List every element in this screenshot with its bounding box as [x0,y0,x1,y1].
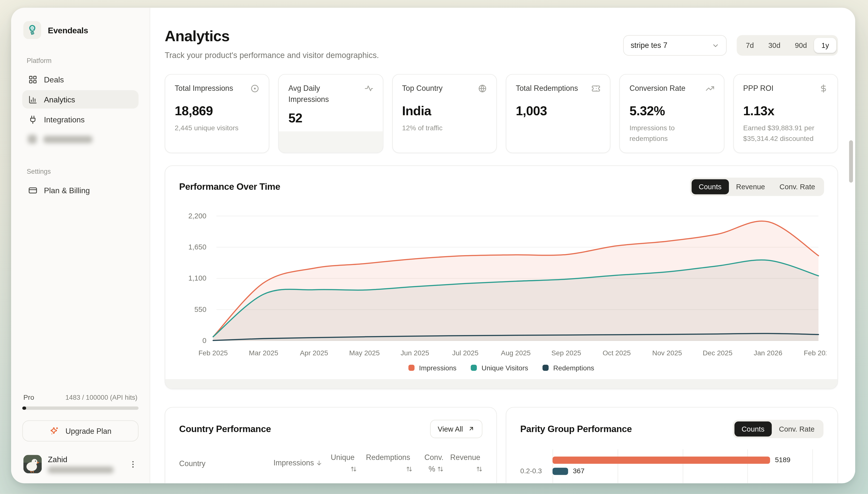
svg-text:Jun 2025: Jun 2025 [401,349,429,357]
sort-icon [476,464,482,476]
ellipsis-vertical-icon[interactable] [129,460,137,469]
sidebar-item-redacted[interactable] [22,130,139,148]
svg-text:550: 550 [194,305,206,313]
svg-text:Sep 2025: Sep 2025 [551,349,581,357]
sidebar-item-label: Analytics [44,95,75,104]
page-subtitle: Track your product's performance and vis… [165,51,379,59]
chart-legend: Impressions Unique Visitors Redemptions [165,364,837,372]
stat-title: PPP ROI [743,83,773,94]
sort-icon [351,464,357,476]
app-window: % Evendeals Platform Deals [11,8,855,483]
stat-title: Total Redemptions [516,83,578,94]
view-all-button[interactable]: View All [430,420,482,438]
upgrade-plan-button[interactable]: Upgrade Plan [22,420,139,442]
product-select-value: stripe tes 7 [631,41,667,50]
redacted-label [43,135,93,142]
impressions-swatch-icon [408,365,415,371]
sidebar-item-deals[interactable]: Deals [22,70,139,88]
column-unique[interactable]: Unique [327,452,357,476]
globe-icon [478,84,487,94]
tab-counts[interactable]: Counts [691,179,729,194]
svg-text:1,100: 1,100 [189,274,206,282]
tab-revenue[interactable]: Revenue [729,179,772,194]
page-header: Analytics Track your product's performan… [165,28,838,60]
country-performance-card: Country Performance View All Country Imp… [165,407,497,483]
sidebar-spacer [22,201,139,394]
svg-text:1,650: 1,650 [189,243,206,251]
product-select[interactable]: stripe tes 7 [624,35,727,56]
svg-text:Feb 2026: Feb 2026 [804,349,826,357]
settings-section-label: Settings [27,168,134,175]
parity-title: Parity Group Performance [520,424,632,434]
card-footer-strip [165,379,837,388]
user-name: Zahid [48,455,114,463]
range-7d-button[interactable]: 7d [738,38,761,53]
column-revenue[interactable]: Revenue [448,452,482,476]
parity-category-label: 0.2-0.3 [520,467,545,475]
column-conv-pct[interactable]: Conv. % [417,452,443,476]
sidebar-item-plan-billing[interactable]: Plan & Billing [22,181,139,199]
bottom-row: Country Performance View All Country Imp… [165,407,838,483]
plan-usage: Pro 1483 / 100000 (API hits) [22,394,139,410]
trending-up-icon [705,84,714,94]
api-usage-progress-fill [22,406,26,410]
tab-parity-counts[interactable]: Counts [734,421,772,437]
tab-conv-rate[interactable]: Conv. Rate [772,179,822,194]
column-impressions[interactable]: Impressions [273,458,322,470]
plug-icon [28,115,37,124]
svg-text:2,200: 2,200 [189,211,206,220]
page-title: Analytics [165,28,379,45]
impressions-bar-value: 5189 [775,456,791,464]
performance-over-time-card: Performance Over Time Counts Revenue Con… [165,165,838,389]
stat-title: Conversion Rate [630,83,686,94]
sort-desc-icon [316,458,322,470]
column-redemptions[interactable]: Redemptions [361,452,412,476]
sidebar-item-integrations[interactable]: Integrations [22,110,139,129]
range-90d-button[interactable]: 90d [788,38,814,53]
settings-nav: Plan & Billing [22,181,139,201]
stat-value: 1.13x [743,103,828,119]
svg-text:0: 0 [202,336,206,344]
svg-text:Mar 2025: Mar 2025 [249,349,278,357]
date-range-toggle: 7d 30d 90d 1y [737,35,838,56]
sparkles-icon [49,426,59,436]
brand[interactable]: % Evendeals [22,21,139,39]
stat-subtext: Earned $39,883.91 per $35,314.42 discoun… [743,123,828,144]
user-menu[interactable]: Zahid [22,455,139,473]
credit-card-icon [28,185,37,195]
svg-text:Dec 2025: Dec 2025 [703,349,733,357]
range-1y-button[interactable]: 1y [814,38,836,53]
user-email-redacted [48,467,114,473]
country-table-header: Country Impressions Unique Redemptions C… [179,452,482,483]
column-country[interactable]: Country [179,458,269,470]
legend-impressions: Impressions [408,364,456,372]
unique-visitors-swatch-icon [471,365,477,371]
redemptions-bar[interactable] [553,468,568,475]
bar-chart-icon [28,95,37,104]
sidebar-item-analytics[interactable]: Analytics [22,90,139,109]
parity-gridlines [553,449,812,483]
impressions-bar[interactable] [553,456,770,464]
svg-text:Oct 2025: Oct 2025 [603,349,631,357]
evendeals-logo-icon: % [23,21,41,39]
stat-card-footer-strip [279,131,382,152]
avatar [23,455,42,473]
range-30d-button[interactable]: 30d [761,38,788,53]
header-controls: stripe tes 7 7d 30d 90d 1y [624,35,838,56]
legend-unique-visitors: Unique Visitors [471,364,528,372]
ticket-icon [592,84,600,94]
sort-icon [437,464,443,476]
legend-label: Impressions [419,364,456,372]
svg-text:Apr 2025: Apr 2025 [300,349,328,357]
country-performance-title: Country Performance [179,424,271,434]
activity-icon [364,84,373,106]
arrow-up-right-icon [468,425,475,432]
tab-parity-conv-rate[interactable]: Conv. Rate [772,421,822,437]
performance-chart: 05501,1001,6502,200Feb 2025Mar 2025Apr 2… [178,207,826,374]
stat-card-avg-daily-impressions: Avg Daily Impressions 52 [278,74,383,153]
stat-value: 1,003 [516,103,601,119]
performance-title: Performance Over Time [179,182,280,192]
performance-metric-tabs: Counts Revenue Conv. Rate [690,177,824,196]
vertical-scrollbar-thumb[interactable] [849,140,853,183]
stat-value: 52 [289,111,373,126]
